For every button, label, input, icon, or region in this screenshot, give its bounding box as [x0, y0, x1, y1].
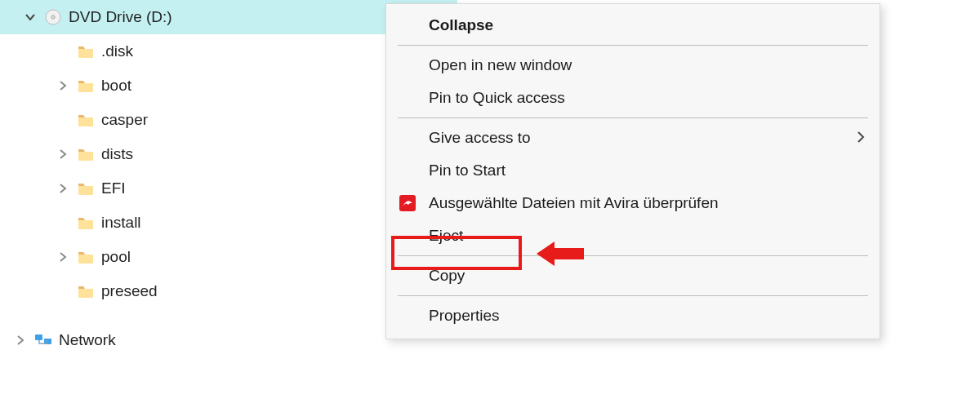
chevron-right-icon[interactable]	[56, 147, 70, 162]
svg-rect-2	[35, 334, 42, 340]
menu-item-label: Eject	[429, 227, 865, 245]
folder-icon	[77, 42, 95, 60]
chevron-right-icon[interactable]	[13, 333, 28, 348]
folder-icon	[77, 282, 95, 300]
menu-item-label: Properties	[429, 307, 865, 325]
folder-icon	[77, 145, 95, 163]
tree-item-label: preseed	[101, 282, 158, 300]
menu-item-label: Copy	[429, 267, 865, 285]
tree-item-label: casper	[101, 111, 148, 129]
menu-separator	[398, 295, 868, 296]
tree-item-label: install	[101, 214, 141, 232]
menu-item-avira-scan[interactable]: Ausgewählte Dateien mit Avira überprüfen	[386, 187, 880, 219]
folder-icon	[77, 248, 95, 266]
tree-item-label: EFI	[101, 179, 126, 197]
submenu-arrow-icon	[857, 127, 865, 148]
folder-icon	[77, 77, 95, 95]
tree-item-label: pool	[101, 248, 131, 266]
menu-separator	[398, 255, 868, 256]
folder-icon	[77, 111, 95, 129]
context-menu: Collapse Open in new window Pin to Quick…	[385, 3, 880, 339]
menu-item-label: Pin to Start	[429, 162, 865, 179]
menu-item-label: Collapse	[429, 16, 865, 34]
chevron-down-icon[interactable]	[23, 10, 38, 24]
menu-separator	[398, 45, 868, 46]
menu-item-pin-to-start[interactable]: Pin to Start	[386, 154, 880, 187]
folder-icon	[77, 214, 95, 232]
avira-icon	[396, 194, 419, 212]
tree-item-label: DVD Drive (D:)	[69, 8, 172, 26]
menu-item-collapse[interactable]: Collapse	[386, 9, 880, 42]
chevron-right-icon[interactable]	[56, 78, 70, 93]
menu-item-properties[interactable]: Properties	[386, 299, 880, 332]
folder-icon	[77, 179, 95, 197]
menu-item-label: Give access to	[429, 129, 847, 147]
menu-item-copy[interactable]: Copy	[386, 259, 880, 292]
tree-item-label: Network	[59, 331, 116, 349]
menu-item-open-new-window[interactable]: Open in new window	[386, 49, 880, 82]
menu-separator	[398, 117, 868, 118]
tree-item-label: boot	[101, 77, 131, 95]
menu-item-pin-quick-access[interactable]: Pin to Quick access	[386, 82, 880, 114]
tree-item-label: dists	[101, 145, 133, 163]
chevron-right-icon[interactable]	[56, 181, 70, 196]
svg-point-1	[51, 16, 55, 19]
tree-item-label: .disk	[101, 42, 133, 60]
network-icon	[34, 331, 52, 349]
dvd-drive-icon	[44, 8, 62, 26]
menu-item-label: Ausgewählte Dateien mit Avira überprüfen	[429, 194, 865, 212]
menu-item-label: Open in new window	[429, 56, 865, 74]
menu-item-give-access-to[interactable]: Give access to	[386, 122, 880, 154]
menu-item-label: Pin to Quick access	[429, 89, 865, 107]
chevron-right-icon[interactable]	[56, 250, 70, 264]
menu-item-eject[interactable]: Eject	[386, 219, 880, 252]
